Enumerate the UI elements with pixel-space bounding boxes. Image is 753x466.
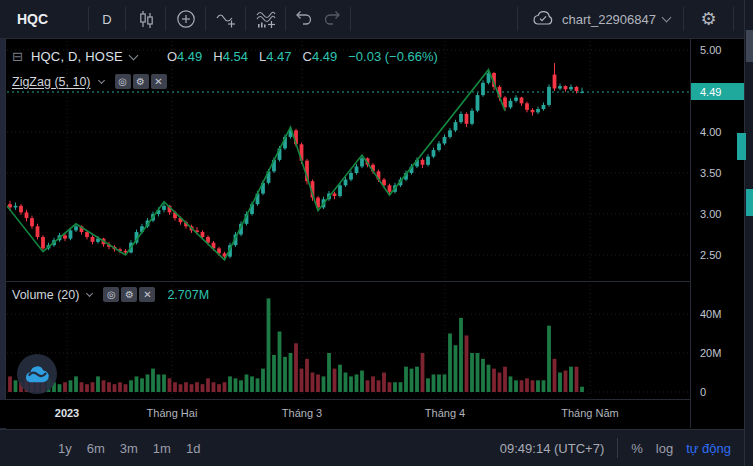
cloud-logo-icon bbox=[23, 362, 51, 386]
time-axis-label: Tháng Hai bbox=[147, 407, 198, 419]
broker-logo bbox=[17, 354, 57, 394]
time-axis-label: Tháng 3 bbox=[282, 407, 322, 419]
time-axis[interactable]: 2023Tháng HaiTháng 3Tháng 4Tháng Năm bbox=[0, 400, 744, 428]
symbol-button[interactable]: HQC bbox=[0, 11, 88, 27]
edge-strip-block bbox=[737, 133, 746, 160]
toolbar-divider bbox=[350, 7, 351, 31]
chart-canvas[interactable] bbox=[0, 0, 753, 466]
right-edge-strip bbox=[744, 0, 753, 466]
log-scale-button[interactable]: log bbox=[656, 441, 673, 456]
time-axis-label: Tháng Năm bbox=[561, 407, 618, 419]
volume-current-value: 2.707M bbox=[167, 288, 209, 302]
close-icon[interactable]: ✕ bbox=[139, 287, 155, 302]
axis-tick-label: 0 bbox=[700, 386, 706, 398]
open-value: 4.49 bbox=[177, 49, 202, 64]
time-axis-label: Tháng 4 bbox=[425, 407, 465, 419]
zigzag-indicator-label[interactable]: ZigZag (5, 10) bbox=[12, 75, 91, 89]
chevron-down-icon[interactable] bbox=[128, 50, 138, 60]
gear-icon[interactable]: ⚙ bbox=[121, 287, 137, 302]
gear-icon[interactable]: ⚙ bbox=[133, 74, 149, 89]
plus-circle-icon bbox=[175, 8, 197, 30]
saved-chart-menu[interactable]: chart_22906847 bbox=[518, 0, 683, 38]
indicator-templates-button[interactable] bbox=[246, 0, 285, 38]
range-buttons: 1y 6m 3m 1m 1d bbox=[0, 441, 200, 456]
eye-icon[interactable]: ◎ bbox=[115, 74, 131, 89]
low-value: 4.47 bbox=[266, 49, 291, 64]
range-6m-button[interactable]: 6m bbox=[87, 441, 105, 456]
indicators-button[interactable] bbox=[206, 0, 245, 38]
candlestick-icon bbox=[135, 8, 157, 30]
close-value: 4.49 bbox=[312, 49, 337, 64]
legend-symbol-text[interactable]: HQC, D, HOSE bbox=[31, 49, 123, 64]
waves-bars-plus-icon bbox=[254, 7, 278, 31]
range-3m-button[interactable]: 3m bbox=[120, 441, 138, 456]
main-legend: ⊟ HQC, D, HOSE O4.49 H4.54 L4.47 C4.49 −… bbox=[12, 49, 438, 64]
settings-button[interactable]: ⚙ bbox=[684, 0, 733, 38]
axis-tick-label: 3.00 bbox=[700, 208, 721, 220]
interval-button[interactable]: D bbox=[89, 0, 125, 38]
axis-tick-label: 20M bbox=[700, 347, 721, 359]
range-1d-button[interactable]: 1d bbox=[186, 441, 200, 456]
axis-tick-label: 5.00 bbox=[700, 44, 721, 56]
time-axis-label: 2023 bbox=[55, 407, 79, 419]
current-price-badge: 4.49 bbox=[691, 83, 744, 100]
volume-indicator-label[interactable]: Volume (20) bbox=[12, 288, 79, 302]
auto-scale-button[interactable]: tự động bbox=[686, 441, 731, 456]
clock-label[interactable]: 09:49:14 (UTC+7) bbox=[500, 441, 604, 456]
close-icon[interactable]: ✕ bbox=[151, 74, 167, 89]
top-toolbar: HQC D bbox=[0, 0, 753, 39]
gear-icon: ⚙ bbox=[700, 8, 716, 30]
chart-type-button[interactable] bbox=[126, 0, 165, 38]
chevron-down-icon bbox=[662, 13, 672, 23]
zigzag-legend: ZigZag (5, 10) ◎ ⚙ ✕ bbox=[12, 74, 167, 89]
bottom-toolbar: 1y 6m 3m 1m 1d 09:49:14 (UTC+7) % log tự… bbox=[0, 429, 753, 466]
eye-icon[interactable]: ◎ bbox=[103, 287, 119, 302]
ohlc-values: O4.49 H4.54 L4.47 C4.49 bbox=[167, 49, 337, 64]
volume-legend: Volume (20) ◎ ⚙ ✕ 2.707M bbox=[12, 287, 209, 302]
compare-button[interactable] bbox=[166, 0, 205, 38]
undo-button[interactable] bbox=[292, 7, 314, 31]
bottom-divider bbox=[617, 438, 618, 458]
range-1y-button[interactable]: 1y bbox=[58, 441, 72, 456]
axis-tick-label: 40M bbox=[700, 308, 721, 320]
range-1m-button[interactable]: 1m bbox=[153, 441, 171, 456]
axis-tick-label: 3.50 bbox=[700, 167, 721, 179]
redo-button[interactable] bbox=[322, 7, 344, 31]
edge-strip-block bbox=[746, 189, 753, 216]
price-axis-border bbox=[690, 39, 691, 428]
trading-app: HQC D bbox=[0, 0, 753, 466]
high-value: 4.54 bbox=[223, 49, 248, 64]
edge-strip-block bbox=[746, 30, 753, 62]
cloud-saved-icon bbox=[531, 8, 555, 31]
price-axis[interactable]: 4.49 5.004.003.503.002.5040M20M0 bbox=[691, 39, 744, 428]
wave-plus-icon bbox=[214, 7, 238, 31]
change-value: −0.03 (−0.66%) bbox=[348, 49, 438, 64]
chart-name-label: chart_22906847 bbox=[562, 12, 656, 27]
chevron-down-icon[interactable] bbox=[86, 289, 93, 296]
collapse-legend-icon[interactable]: ⊟ bbox=[12, 49, 23, 64]
percent-scale-button[interactable]: % bbox=[631, 441, 643, 456]
chevron-down-icon[interactable] bbox=[97, 76, 104, 83]
axis-tick-label: 4.00 bbox=[700, 126, 721, 138]
axis-tick-label: 2.50 bbox=[700, 249, 721, 261]
pane-separator[interactable] bbox=[0, 281, 744, 282]
